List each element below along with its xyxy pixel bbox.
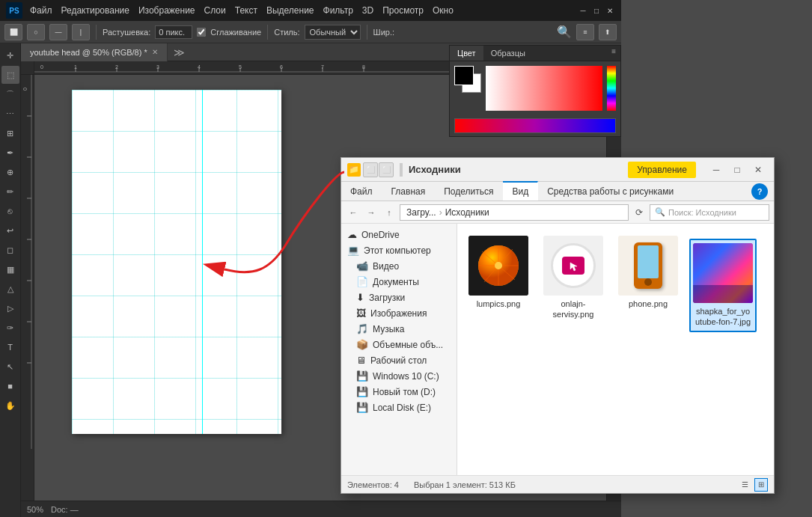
fe-manage-button[interactable]: Управление [628, 162, 696, 178]
ps-tool-lasso[interactable]: ⌒ [1, 85, 19, 103]
ps-rastushevka-input[interactable] [155, 25, 192, 39]
fe-statusbar: Элементов: 4 Выбран 1 элемент: 513 КБ ☰ … [341, 475, 774, 493]
ps-tool-eraser[interactable]: ◻ [1, 241, 19, 259]
fe-name-shapka: shapka_for_youtube-fon-7.jpg [694, 306, 752, 328]
ps-search-icon[interactable]: 🔍 [557, 25, 572, 39]
ps-option-marquee-row[interactable]: — [49, 24, 67, 40]
ps-option-marquee-rect[interactable]: ⬜ [4, 24, 22, 40]
fe-tab-share[interactable]: Поделиться [435, 182, 503, 201]
fe-nav-downloads[interactable]: ⬇ Загрузки [341, 290, 457, 305]
fe-tab-tools[interactable]: Средства работы с рисунками [538, 182, 683, 201]
ps-tool-blur[interactable]: △ [1, 280, 19, 298]
ps-tool-gradient[interactable]: ▦ [1, 260, 19, 278]
ps-menu-filter[interactable]: Фильтр [323, 5, 353, 16]
fe-nav-music[interactable]: 🎵 Музыка [341, 321, 457, 337]
ps-tool-heal[interactable]: ⊕ [1, 163, 19, 181]
ps-option-marquee-col[interactable]: | [72, 24, 90, 40]
ps-menu-layers[interactable]: Слои [204, 5, 226, 16]
ps-tool-eyedropper[interactable]: ✒ [1, 144, 19, 162]
fe-nav-this-pc[interactable]: 💻 Этот компьютер [341, 242, 457, 258]
ps-color-gradient[interactable] [486, 66, 602, 111]
fe-nav-d-drive[interactable]: 💾 Новый том (D:) [341, 384, 457, 400]
fe-refresh-button[interactable]: ⟳ [632, 205, 647, 220]
ps-panel-menu-icon[interactable]: ≡ [607, 46, 620, 61]
ps-options-extra[interactable]: ≡ [576, 24, 594, 40]
ps-tool-marquee[interactable]: ⬚ [1, 66, 19, 84]
fe-nav-onedrive[interactable]: ☁ OneDrive [341, 227, 457, 242]
fe-nav-desktop[interactable]: 🖥 Рабочий стол [341, 352, 457, 368]
fe-name-online: onlajn-servisy.png [544, 299, 602, 320]
ps-tool-shape[interactable]: ■ [1, 377, 19, 395]
ps-tool-history[interactable]: ↩ [1, 221, 19, 239]
fe-file-lumpics[interactable]: lumpics.png [465, 231, 532, 332]
fe-btn1[interactable]: ⬜ [363, 162, 378, 177]
ps-tool-dodge[interactable]: ▷ [1, 299, 19, 317]
ps-ruler-left: 0 [21, 75, 34, 501]
fe-address-path[interactable]: Загру... › Исходники [400, 204, 629, 221]
fe-minimize-button[interactable]: ─ [706, 160, 726, 180]
fe-nav-docs[interactable]: 📄 Документы [341, 274, 457, 290]
ps-foreground-color[interactable] [454, 66, 474, 85]
ps-tab-close-button[interactable]: ✕ [152, 48, 158, 56]
fe-nav-desktop-label: Рабочий стол [370, 355, 427, 366]
ps-tool-brush[interactable]: ✏ [1, 183, 19, 201]
ps-divider-2 [267, 25, 268, 40]
ps-tool-hand[interactable]: ✋ [1, 397, 19, 414]
ps-menu-select[interactable]: Выделение [266, 5, 314, 16]
fe-nav-images[interactable]: 🖼 Изображения [341, 305, 457, 321]
ps-color-bar[interactable] [454, 118, 616, 133]
ps-tool-type[interactable]: T [1, 338, 19, 356]
ps-left-toolbar: ✛ ⬚ ⌒ ⋯ ⊞ ✒ ⊕ ✏ ⎋ ↩ ◻ ▦ △ ▷ ✑ T ↖ ■ ✋ [0, 43, 21, 517]
ps-menu-image[interactable]: Изображение [138, 5, 195, 16]
fe-view-grid-button[interactable]: ⊞ [754, 478, 768, 492]
ps-tab-color[interactable]: Цвет [450, 46, 483, 61]
ps-tool-wand[interactable]: ⋯ [1, 105, 19, 123]
ps-tool-path[interactable]: ↖ [1, 358, 19, 376]
ps-stil-select[interactable]: Обычный [305, 25, 361, 40]
ps-menu-view[interactable]: Просмотр [382, 5, 424, 16]
fe-close-button[interactable]: ✕ [748, 160, 768, 180]
ps-close-button[interactable]: ✕ [605, 5, 615, 16]
fe-nav-3d-icon: 📦 [356, 339, 368, 350]
fe-file-shapka[interactable]: shapka_for_youtube-fon-7.jpg [689, 239, 757, 332]
fe-nav-e-label: Local Disk (E:) [373, 403, 431, 413]
fe-back-button[interactable]: ← [346, 205, 361, 220]
fe-addressbar: ← → ↑ Загру... › Исходники ⟳ 🔍 Поиск: Ис… [341, 201, 774, 224]
fe-nav-video[interactable]: 📹 Видео [341, 258, 457, 274]
fe-nav-3d[interactable]: 📦 Объемные объ... [341, 337, 457, 352]
fe-help-button[interactable]: ? [751, 183, 768, 200]
fe-tab-home[interactable]: Главная [382, 182, 436, 201]
ps-tool-crop[interactable]: ⊞ [1, 124, 19, 142]
ps-tool-pen[interactable]: ✑ [1, 319, 19, 337]
fe-up-button[interactable]: ↑ [382, 205, 397, 220]
ps-expand-btn[interactable]: ≫ [168, 46, 191, 58]
ps-hue-strip[interactable] [607, 66, 616, 111]
ps-options-share[interactable]: ⬆ [599, 24, 617, 40]
fe-btn2[interactable]: ⬜ [379, 162, 394, 177]
fe-tab-view[interactable]: Вид [503, 181, 538, 201]
fe-tab-file[interactable]: Файл [341, 182, 382, 201]
ps-option-marquee-ellipse[interactable]: ○ [27, 24, 45, 40]
ps-tab-doc[interactable]: youtube head @ 50% (RGB/8) * ✕ [21, 43, 168, 61]
ps-minimize-button[interactable]: ─ [578, 5, 588, 16]
fe-nav-c-drive[interactable]: 💾 Windows 10 (C:) [341, 368, 457, 384]
ps-menu-window[interactable]: Окно [433, 5, 454, 16]
fe-selected-info: Выбран 1 элемент: 513 КБ [414, 480, 516, 489]
fe-file-online[interactable]: onlajn-servisy.png [540, 231, 607, 332]
ps-tab-swatches[interactable]: Образцы [483, 46, 533, 61]
fe-maximize-button[interactable]: □ [727, 160, 747, 180]
fe-file-phone[interactable]: phone.png [614, 231, 682, 332]
fe-view-list-button[interactable]: ☰ [738, 478, 751, 492]
ps-cyan-guide-line [202, 90, 203, 434]
ps-sglazhivanie-checkbox[interactable] [197, 28, 206, 37]
ps-menu-edit[interactable]: Редактирование [61, 5, 129, 16]
ps-menu-file[interactable]: Файл [30, 5, 52, 16]
ps-maximize-button[interactable]: □ [591, 5, 602, 16]
fe-nav-e-drive[interactable]: 💾 Local Disk (E:) [341, 400, 457, 415]
fe-search-box[interactable]: 🔍 Поиск: Исходники [650, 204, 769, 221]
ps-menu-3d[interactable]: 3D [362, 5, 373, 16]
ps-tool-move[interactable]: ✛ [1, 46, 19, 64]
ps-menu-text[interactable]: Текст [235, 5, 257, 16]
fe-forward-button[interactable]: → [364, 205, 379, 220]
ps-tool-clone[interactable]: ⎋ [1, 202, 19, 220]
